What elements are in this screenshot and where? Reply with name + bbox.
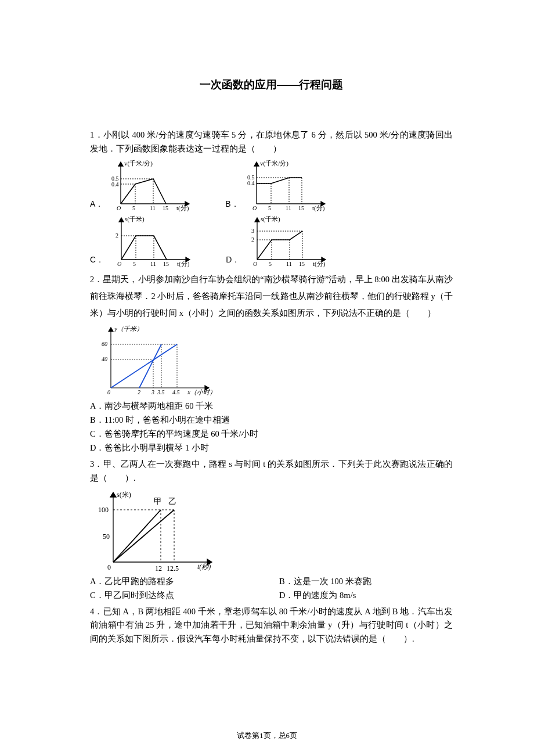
xtick: 5 <box>132 205 135 211</box>
q3-option-b: B．这是一次 100 米赛跑 <box>279 575 448 589</box>
xlabel: t(分) <box>176 204 189 212</box>
q3-option-a: A．乙比甲跑的路程多 <box>90 575 258 589</box>
ytick: 100 <box>98 506 109 514</box>
q1-chart-c: s(千米) 2 O 5 11 15 t(分) <box>109 214 196 268</box>
q2-option-d: D．爸爸比小明早到横琴 1 小时 <box>90 441 453 455</box>
ylabel: v(千米/分) <box>124 160 153 167</box>
xtick: 11 <box>286 205 291 211</box>
xtick: 5 <box>268 205 271 211</box>
q3-chart: s(米) 100 50 0 12 12.5 t(秒) 甲 乙 <box>96 487 223 574</box>
xlabel: x（小时） <box>187 388 216 395</box>
q2-option-c: C．爸爸骑摩托车的平均速度是 60 千米/小时 <box>90 427 453 441</box>
q4-text: 4．已知 A，B 两地相距 400 千米，章老师驾车以 80 千米/小时的速度从… <box>90 605 453 647</box>
q2-option-b: B．11:00 时，爸爸和小明在途中相遇 <box>90 413 453 427</box>
legend-jia: 甲 <box>154 497 162 506</box>
q2-option-a: A．南沙与横琴两地相距 60 千米 <box>90 399 453 413</box>
ytick: 2 <box>251 236 254 243</box>
xtick: 5 <box>133 261 136 267</box>
ytick: 3 <box>251 228 254 234</box>
xtick: 11 <box>150 205 156 211</box>
svg-line-52 <box>113 510 161 562</box>
xtick: 15 <box>299 261 305 267</box>
xtick: 11 <box>150 261 156 267</box>
ytick: 60 <box>102 341 107 347</box>
xtick: 15 <box>163 261 169 267</box>
page-footer: 试卷第1页，总6页 <box>0 730 534 742</box>
q1-label-c: C． <box>90 253 105 268</box>
ytick: 2 <box>116 232 118 239</box>
xtick: 12.5 <box>167 564 179 573</box>
page-title: 一次函数的应用——行程问题 <box>90 75 453 93</box>
origin: O <box>117 205 121 211</box>
xtick: 12 <box>155 564 162 573</box>
q3-text: 3．甲、乙两人在一次赛跑中，路程 s 与时间 t 的关系如图所示．下列关于此次赛… <box>90 458 453 485</box>
xlabel: t(分) <box>177 260 190 268</box>
q1-text: 1．小刚以 400 米/分的速度匀速骑车 5 分，在原地休息了 6 分，然后以 … <box>90 128 453 156</box>
svg-line-53 <box>113 510 174 562</box>
xtick: 15 <box>298 205 304 211</box>
q2-chart: y（千米） 60 40 0 2 3 3.5 4.5 x（小时） <box>96 323 218 398</box>
ylabel: s(米) <box>117 491 131 499</box>
xtick: 11 <box>286 261 292 267</box>
q1-label-d: D． <box>226 253 241 268</box>
ylabel: s(千米) <box>261 215 280 223</box>
xtick: 2 <box>138 389 140 395</box>
svg-marker-37 <box>109 327 113 332</box>
q2-text: 2．星期天，小明参加南沙自行车协会组织的“南沙横琴骑行游”活动，早上 8:00 … <box>90 271 453 322</box>
ytick: 0.4 <box>247 180 255 186</box>
xtick: 3 <box>151 389 154 395</box>
ytick: 0 <box>107 563 111 571</box>
ylabel: v(千米/分) <box>260 160 288 167</box>
svg-marker-21 <box>119 218 124 222</box>
xtick: 5 <box>269 261 272 267</box>
xtick: 15 <box>163 205 168 211</box>
q1-chart-b: v(千米/分) 0.5 0.4 O 5 11 15 t(分) <box>244 159 331 212</box>
origin: O <box>117 261 121 267</box>
legend-yi: 乙 <box>168 497 176 506</box>
ylabel: s(千米) <box>125 215 145 223</box>
xtick: 4.5 <box>172 389 180 395</box>
ytick: 0.4 <box>111 181 119 188</box>
xlabel: t(秒) <box>197 563 211 571</box>
xlabel: t(分) <box>313 260 326 268</box>
svg-marker-48 <box>110 492 116 497</box>
xtick: 3.5 <box>157 389 165 395</box>
q1-chart-a: v(千米/分) 0.5 0.4 O 5 11 15 t(分) <box>108 159 195 212</box>
origin: O <box>252 205 257 211</box>
q1-label-b: B． <box>225 197 240 212</box>
ytick: 40 <box>102 356 107 362</box>
svg-marker-3 <box>118 162 123 166</box>
q3-option-d: D．甲的速度为 8m/s <box>279 589 448 603</box>
q1-label-a: A． <box>90 197 104 212</box>
xtick: 0 <box>107 389 110 395</box>
origin: O <box>253 261 257 267</box>
q1-chart-d: s(千米) 3 2 O 5 11 15 t(分) <box>244 214 331 268</box>
svg-line-44 <box>139 344 161 388</box>
svg-marker-28 <box>255 218 259 222</box>
q3-option-c: C．甲乙同时到达终点 <box>90 589 258 603</box>
ytick: 50 <box>103 532 110 541</box>
svg-line-43 <box>111 344 177 388</box>
ylabel: y（千米） <box>114 325 143 332</box>
svg-marker-12 <box>254 162 259 166</box>
xlabel: t(分) <box>312 204 325 212</box>
